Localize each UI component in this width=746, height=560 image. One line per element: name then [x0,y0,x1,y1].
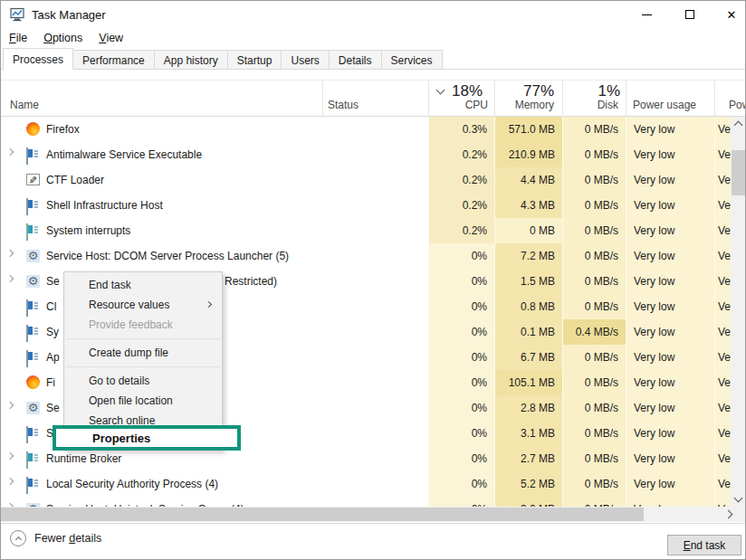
expand-chevron-icon[interactable] [7,403,15,411]
process-name: Antimalware Service Executable [46,142,202,167]
mem-cell: 4.3 MB [494,193,562,218]
mem-cell: 3.0 MB [494,497,562,507]
power-cell: Very low [626,218,714,243]
process-name: CTF Loader [46,167,104,193]
context-menu-item-end-task[interactable]: End task [64,275,222,295]
menu-view[interactable]: View [91,29,131,47]
tab-performance[interactable]: Performance [72,50,155,70]
maximize-button[interactable] [669,1,711,28]
expand-chevron-icon[interactable] [7,251,15,259]
context-menu-item-resource-values[interactable]: Resource values [64,295,222,315]
cpu-total: 18% [422,82,488,100]
menu-options[interactable]: Options [35,29,91,47]
scroll-up-icon[interactable] [735,122,741,128]
process-row[interactable]: Shell Infrastructure Host0.2%4.3 MB0 MB/… [1,193,746,218]
process-name: Local Security Authority Process (4) [46,471,218,497]
pen-icon: ✎ [26,174,40,185]
firefox-icon [26,122,40,136]
fewer-details-toggle[interactable]: Fewer details [10,530,101,546]
context-menu-item-create-dump-file[interactable]: Create dump file [64,343,222,363]
column-header-name[interactable]: Name [10,99,39,111]
column-header-memory[interactable]: Memory [494,99,554,111]
app-icon [26,198,28,215]
process-row[interactable]: ⚙Service Host: DCOM Server Process Launc… [1,243,746,269]
scroll-down-icon[interactable] [735,495,741,501]
column-header-power-usage[interactable]: Power usage [633,99,696,111]
process-row[interactable]: System interrupts0.2%0 MB0 MB/sVery lowV… [1,218,746,243]
cpu-cell: 0% [428,471,494,497]
power-cell: Very low [626,421,714,446]
end-task-button[interactable]: End task [667,535,741,555]
menu-separator [66,366,220,367]
column-separator [322,81,323,117]
process-row[interactable]: ✎CTF Loader0.2%4.4 MB0 MB/sVery lowVe [1,167,746,193]
expand-chevron-icon[interactable] [7,453,15,461]
expand-chevron-icon[interactable] [7,149,15,157]
column-header-cpu[interactable]: CPU [428,99,488,111]
context-menu-item-properties[interactable]: Properties [53,425,241,451]
minimize-button[interactable] [626,1,667,28]
close-button[interactable]: ✕ [711,1,746,28]
expand-chevron-icon[interactable] [7,479,15,487]
process-name: Cl [46,294,56,319]
process-row[interactable]: ⚙Service Host: Unistack Service Group (4… [1,497,746,507]
vertical-scrollbar[interactable] [731,117,746,507]
tab-details[interactable]: Details [329,50,382,70]
tab-processes[interactable]: Processes [3,48,73,70]
cpu-cell: 0% [428,395,494,421]
process-row[interactable]: Firefox0.3%571.0 MB0 MB/sVery lowVe [1,117,746,142]
cpu-cell: 0% [428,370,494,395]
context-menu-item-go-to-details[interactable]: Go to details [64,371,222,391]
power-cell: Very low [626,471,714,497]
mem-cell: 4.4 MB [494,167,562,193]
power-cell: Very low [626,497,714,507]
window-title: Task Manager [32,8,106,22]
process-name: Fi [46,370,55,395]
power-cell: Very low [626,117,714,142]
gear-icon: ⚙ [26,250,40,262]
sys-icon [26,451,28,469]
menubar: File Options View [1,28,745,47]
cpu-cell: 0.2% [428,218,494,243]
horizontal-scrollbar-thumb[interactable] [1,508,644,521]
vertical-scrollbar-thumb[interactable] [732,150,746,195]
process-row[interactable]: Antimalware Service Executable0.2%210.9 … [1,142,746,167]
disk-cell: 0 MB/s [562,117,626,142]
task-manager-icon [10,7,24,22]
tab-startup[interactable]: Startup [227,50,282,70]
horizontal-scrollbar[interactable] [1,507,746,522]
expand-chevron-icon[interactable] [7,276,15,284]
sys-icon [26,223,28,241]
tab-services[interactable]: Services [381,50,443,70]
process-name: Sy [46,319,59,345]
process-name: System interrupts [46,218,130,243]
power-cell: Very low [626,167,714,193]
scroll-right-icon[interactable] [725,511,732,517]
mem-cell: 571.0 MB [494,117,562,142]
mem-cell: 0.1 MB [494,319,562,345]
cpu-cell: 0% [428,497,494,507]
close-icon: ✕ [727,9,737,21]
process-row[interactable]: Local Security Authority Process (4)0%5.… [1,471,746,497]
column-header-status[interactable]: Status [328,99,359,111]
column-header-disk[interactable]: Disk [562,99,618,111]
cpu-cell: 0.2% [428,167,494,193]
disk-cell: 0 MB/s [562,497,626,507]
properties-label: Properties [56,432,150,445]
disk-cell: 0 MB/s [562,243,626,269]
submenu-arrow-icon [206,302,211,307]
process-name: Service Host: DCOM Server Process Launch… [46,243,289,269]
mem-cell: 3.1 MB [494,421,562,446]
disk-cell: 0 MB/s [562,167,626,193]
mem-cell: 2.8 MB [494,395,562,421]
tab-users[interactable]: Users [281,50,329,70]
context-menu: End taskResource valuesProvide feedbackC… [63,271,223,451]
column-header-power-trend[interactable]: Pow [729,99,746,111]
app-icon [26,299,28,317]
context-menu-item-open-file-location[interactable]: Open file location [64,391,222,411]
tab-app-history[interactable]: App history [154,50,228,70]
power-cell: Very low [626,345,714,370]
app-icon [26,325,28,342]
menu-file[interactable]: File [1,29,35,47]
mem-cell: 0 MB [494,218,562,243]
